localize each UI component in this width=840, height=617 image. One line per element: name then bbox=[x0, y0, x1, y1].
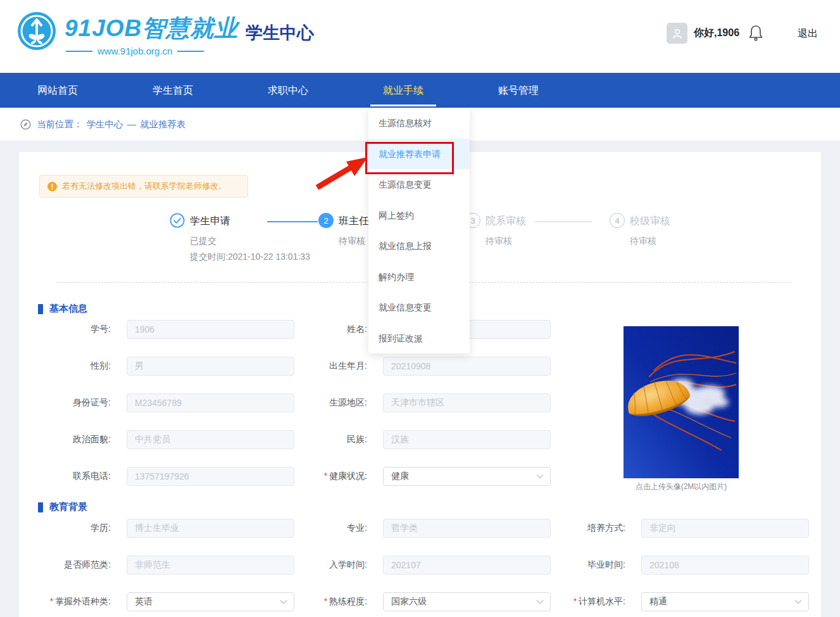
nav-item-job-center[interactable]: 求职中心 bbox=[230, 73, 346, 108]
nav-item-employment-procedures[interactable]: 就业手续 bbox=[346, 73, 461, 108]
label-text: 身份证号: bbox=[73, 397, 111, 407]
section-bullet bbox=[38, 502, 43, 512]
employment-procedures-menu: 生源信息核对 就业推荐表申请 生源信息变更 网上签约 就业信息上报 解约办理 就… bbox=[368, 108, 470, 353]
field-label: 是否师范类: bbox=[28, 559, 111, 571]
label-text: 政治面貌: bbox=[73, 434, 111, 444]
field-training-mode: 培养方式: bbox=[543, 519, 809, 538]
section-education: 教育背景 bbox=[38, 501, 87, 513]
field-label: 联系电话: bbox=[28, 471, 111, 482]
step1-submit-time: 提交时间:2021-10-22 13:01:33 bbox=[190, 251, 310, 263]
computer-level-select[interactable]: 精通 bbox=[641, 592, 809, 611]
avatar-photo-jellyfish[interactable] bbox=[624, 326, 739, 478]
page-title: 学生中心 bbox=[246, 22, 314, 44]
field-label: *熟练程度: bbox=[285, 596, 367, 607]
step-connector-todo bbox=[535, 221, 592, 222]
label-text: 毕业时间: bbox=[587, 559, 625, 569]
user-avatar[interactable] bbox=[667, 23, 687, 44]
health-select[interactable]: 健康 bbox=[383, 467, 551, 486]
field-label: 专业: bbox=[285, 523, 367, 534]
main-nav: 网站首页 学生首页 求职中心 就业手续 账号管理 bbox=[0, 73, 840, 108]
field-label: 性别: bbox=[28, 360, 111, 372]
label-text: 性别: bbox=[91, 360, 111, 371]
origin-region-input bbox=[383, 393, 551, 412]
label-text: 健康状况: bbox=[329, 471, 367, 481]
step1-check-icon bbox=[170, 213, 185, 228]
label-text: 联系电话: bbox=[73, 471, 111, 481]
header: 91JOB智慧就业 www.91job.org.cn 学生中心 你好,1906 … bbox=[0, 0, 840, 73]
upload-photo-caption[interactable]: 点击上传头像(2M以内图片) bbox=[614, 481, 748, 492]
id-number-input bbox=[127, 393, 294, 412]
field-normal-school: 是否师范类: bbox=[28, 556, 294, 575]
field-label: *掌握外语种类: bbox=[28, 596, 111, 607]
label-text: 入学时间: bbox=[329, 559, 367, 569]
gender-input bbox=[127, 357, 294, 376]
field-label: 民族: bbox=[285, 434, 367, 445]
menu-item-online-contract[interactable]: 网上签约 bbox=[368, 200, 470, 231]
menu-item-registration-card-reassign[interactable]: 报到证改派 bbox=[368, 323, 470, 354]
field-label: *健康状况: bbox=[285, 471, 367, 482]
label-text: 培养方式: bbox=[587, 523, 625, 533]
nav-item-account[interactable]: 账号管理 bbox=[461, 73, 576, 108]
nav-label: 网站首页 bbox=[37, 85, 78, 96]
nav-item-home[interactable]: 网站首页 bbox=[0, 73, 115, 108]
nav-item-student-home[interactable]: 学生首页 bbox=[115, 73, 230, 108]
field-label: 学历: bbox=[28, 523, 111, 534]
field-phone: 联系电话: bbox=[28, 467, 294, 486]
major-input bbox=[383, 519, 551, 538]
warning-icon bbox=[47, 182, 57, 191]
field-label: 生源地区: bbox=[285, 397, 367, 409]
menu-item-source-info-change[interactable]: 生源信息变更 bbox=[368, 169, 470, 200]
breadcrumb-separator: — bbox=[127, 119, 137, 129]
field-gender: 性别: bbox=[28, 357, 294, 376]
section-basic-info: 基本信息 bbox=[38, 303, 87, 315]
menu-item-employment-info-report[interactable]: 就业信息上报 bbox=[368, 231, 470, 262]
political-status-input bbox=[127, 430, 294, 449]
field-label: *计算机水平: bbox=[543, 596, 625, 607]
enroll-time-input bbox=[383, 556, 551, 575]
step4-status: 待审核 bbox=[630, 236, 656, 247]
required-mark: * bbox=[324, 596, 327, 606]
field-label: 毕业时间: bbox=[543, 559, 625, 571]
birth-date-input bbox=[383, 357, 551, 376]
field-birth-date: 出生年月: bbox=[285, 357, 551, 376]
section-title: 基本信息 bbox=[49, 303, 87, 315]
user-greeting: 你好,1906 bbox=[694, 27, 739, 40]
label-text: 专业: bbox=[347, 523, 367, 533]
required-mark: * bbox=[574, 596, 577, 606]
label-text: 熟练程度: bbox=[329, 596, 367, 606]
student-id-input bbox=[127, 320, 294, 339]
logout-button[interactable]: 退出 bbox=[798, 27, 818, 41]
select-value: 健康 bbox=[391, 471, 409, 482]
field-political-status: 政治面貌: bbox=[28, 430, 294, 449]
proficiency-select[interactable]: 国家六级 bbox=[383, 592, 551, 611]
ethnicity-input bbox=[383, 430, 551, 449]
logo-text: 91JOB智慧就业 bbox=[65, 13, 238, 44]
label-text: 出生年月: bbox=[329, 360, 367, 371]
compass-icon bbox=[20, 119, 31, 130]
step2-status: 待审核 bbox=[339, 236, 365, 247]
select-value: 国家六级 bbox=[391, 596, 427, 607]
step-connector-done bbox=[267, 221, 318, 222]
breadcrumb-current: 就业推荐表 bbox=[140, 119, 186, 129]
menu-item-source-info-check[interactable]: 生源信息核对 bbox=[368, 108, 470, 139]
breadcrumb-parent[interactable]: 学生中心 bbox=[87, 119, 123, 129]
nav-label: 就业手续 bbox=[383, 85, 423, 96]
step3-status: 待审核 bbox=[486, 236, 512, 247]
field-proficiency: *熟练程度: 国家六级 bbox=[285, 592, 551, 611]
logo-url-text: www.91job.org.cn bbox=[97, 46, 172, 56]
menu-item-contract-termination[interactable]: 解约办理 bbox=[368, 262, 470, 293]
field-ethnicity: 民族: bbox=[285, 430, 551, 449]
degree-input bbox=[127, 519, 294, 538]
nav-label: 求职中心 bbox=[268, 85, 308, 96]
field-label: 培养方式: bbox=[543, 523, 625, 534]
select-value: 英语 bbox=[135, 596, 153, 607]
field-health: *健康状况: 健康 bbox=[285, 467, 551, 486]
bell-icon[interactable] bbox=[748, 25, 763, 41]
foreign-language-select[interactable]: 英语 bbox=[127, 592, 294, 611]
field-computer-level: *计算机水平: 精通 bbox=[543, 592, 809, 611]
menu-item-recommendation-form-apply[interactable]: 就业推荐表申请 bbox=[368, 139, 470, 170]
breadcrumb: 当前位置：学生中心—就业推荐表 bbox=[37, 118, 190, 130]
menu-item-employment-info-change[interactable]: 就业信息变更 bbox=[368, 292, 470, 323]
step2-number: 2 bbox=[318, 213, 334, 228]
step1-label: 学生申请 bbox=[190, 215, 230, 228]
